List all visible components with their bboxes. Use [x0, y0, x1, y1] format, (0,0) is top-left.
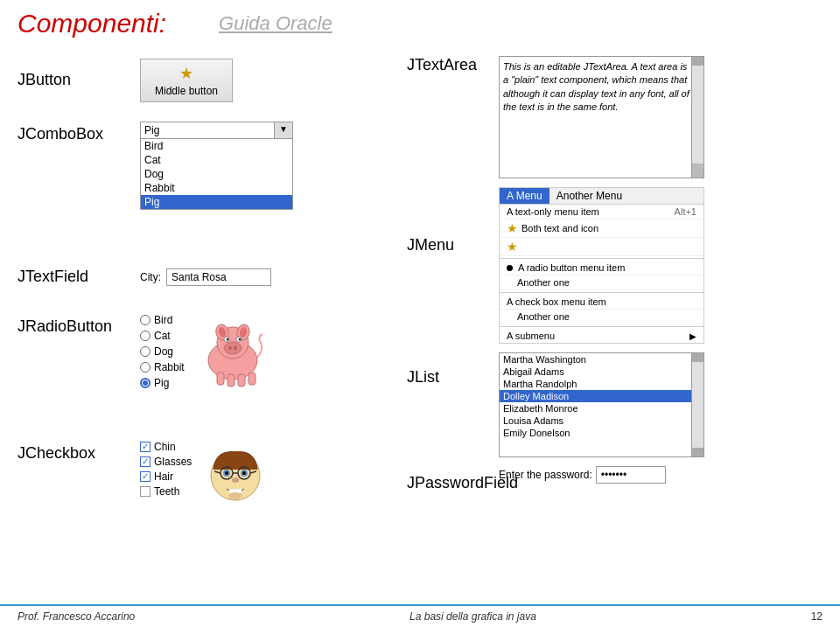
- jmenu-item-submenu[interactable]: A submenu ▶: [500, 329, 704, 343]
- radio-rabbit[interactable]: Rabbit: [140, 361, 185, 373]
- jmenu-item-radio[interactable]: A radio button menu item: [500, 261, 704, 275]
- combo-dropdown-arrow[interactable]: ▼: [274, 122, 292, 138]
- jpasswordfield-center-label: JPasswordField: [407, 474, 499, 492]
- checkbox-list: ✓ Chin ✓ Glasses ✓: [140, 441, 192, 511]
- jmenu-bar-anothermenu[interactable]: Another Menu: [550, 188, 629, 204]
- jlist-item-louisa[interactable]: Louisa Adams: [500, 415, 691, 427]
- radio-bird[interactable]: Bird: [140, 314, 185, 326]
- middle-button[interactable]: ★ Middle button: [140, 59, 233, 102]
- combo-item-bird[interactable]: Bird: [141, 139, 292, 153]
- jmenu-bar: A Menu Another Menu: [500, 188, 704, 205]
- star-icon: ★: [179, 64, 193, 83]
- submenu-arrow-icon: ▶: [690, 331, 696, 341]
- pig-illustration: [193, 314, 272, 393]
- face-illustration: [200, 441, 270, 511]
- combo-item-cat[interactable]: Cat: [141, 153, 292, 167]
- jmenu-item-checkbox[interactable]: A check box menu item: [500, 295, 704, 310]
- middle-button-label: Middle button: [155, 85, 218, 97]
- radio-cat[interactable]: Cat: [140, 330, 185, 342]
- footer-subtitle: La basi della grafica in java: [410, 610, 536, 623]
- svg-point-27: [232, 477, 239, 483]
- city-label: City:: [140, 271, 161, 283]
- jmenu-separator-2: [500, 292, 704, 293]
- jcheckbox-label: JCheckbox: [18, 441, 140, 463]
- jbutton-label: JButton: [18, 71, 140, 89]
- combo-selected: Pig: [141, 122, 274, 138]
- jmenu-separator-1: [500, 258, 704, 259]
- jpassword-field-label: Enter the password:: [499, 469, 592, 481]
- checkbox-glasses[interactable]: ✓ Glasses: [140, 456, 192, 468]
- jmenu-item-icontext[interactable]: ★ Both text and icon: [500, 219, 704, 238]
- jmenu-bar-amenu[interactable]: A Menu: [500, 188, 550, 204]
- radio-pig[interactable]: Pig: [140, 377, 185, 389]
- svg-rect-13: [217, 373, 224, 385]
- radio-menu-icon: [507, 265, 513, 271]
- svg-point-29: [228, 492, 242, 499]
- radio-list: Bird Cat Dog Rabbit: [140, 314, 185, 393]
- jlist-center-label: JList: [407, 368, 499, 387]
- jlist-item-emily[interactable]: Emily Donelson: [500, 427, 691, 439]
- jlist-item-elizabeth[interactable]: Elizabeth Monroe: [500, 402, 691, 415]
- footer-page: 12: [811, 610, 822, 623]
- jtextarea-center-label: JTextArea: [407, 56, 499, 74]
- jmenu-item-icon2[interactable]: ★: [500, 238, 704, 256]
- jmenu-item-another2[interactable]: Another one: [500, 310, 704, 324]
- city-input[interactable]: [166, 268, 271, 286]
- jlist-item-martha-w[interactable]: Martha Washington: [500, 353, 691, 366]
- jmenu-items: A text-only menu item Alt+1 ★ Both text …: [500, 205, 704, 343]
- svg-point-26: [242, 471, 246, 475]
- jtextarea-widget[interactable]: This is an editable JTextArea. A text ar…: [499, 56, 704, 178]
- combo-item-pig[interactable]: Pig: [141, 195, 292, 209]
- jcombobox-label: JComboBox: [18, 122, 140, 143]
- page-title: Componenti:: [18, 9, 166, 38]
- jlist-scrollbar[interactable]: [691, 353, 704, 456]
- checkbox-teeth[interactable]: Teeth: [140, 485, 192, 498]
- svg-point-11: [226, 338, 228, 341]
- jmenu-separator-3: [500, 326, 704, 327]
- combo-dropdown: Bird Cat Dog Rabbit Pig: [140, 139, 293, 210]
- svg-point-12: [238, 338, 241, 341]
- svg-point-8: [234, 346, 237, 351]
- jmenu-center-label: JMenu: [407, 236, 499, 254]
- jmenu-widget: A Menu Another Menu A text-only menu ite…: [499, 187, 704, 344]
- svg-point-7: [228, 346, 232, 351]
- checkbox-hair[interactable]: ✓ Hair: [140, 470, 192, 483]
- svg-point-25: [225, 471, 228, 475]
- jlist-widget[interactable]: Martha Washington Abigail Adams Martha R…: [499, 352, 704, 457]
- checkbox-chin[interactable]: ✓ Chin: [140, 441, 192, 453]
- star2-menu-icon: ★: [507, 240, 518, 254]
- jmenu-item-another1[interactable]: Another one: [500, 275, 704, 290]
- footer: Prof. Francesco Accarino La basi della g…: [0, 604, 840, 627]
- svg-rect-15: [238, 374, 245, 387]
- combo-item-dog[interactable]: Dog: [141, 167, 292, 181]
- combobox-header[interactable]: Pig ▼: [140, 122, 293, 139]
- radio-dog[interactable]: Dog: [140, 345, 185, 358]
- pig-svg: [198, 318, 268, 388]
- jmenu-item-textonly[interactable]: A text-only menu item Alt+1: [500, 205, 704, 219]
- jtextarea-scrollbar[interactable]: [691, 57, 704, 178]
- svg-rect-14: [228, 374, 234, 387]
- jtextarea-content: This is an editable JTextArea. A text ar…: [503, 61, 690, 112]
- jlist-item-dolley[interactable]: Dolley Madison: [500, 390, 691, 402]
- jlist-item-martha-r[interactable]: Martha Randolph: [500, 378, 691, 390]
- jlist-item-abigail[interactable]: Abigail Adams: [500, 366, 691, 378]
- guida-oracle-link[interactable]: Guida Oracle: [219, 12, 332, 35]
- jtextfield-label: JTextField: [18, 268, 140, 286]
- jlist-items: Martha Washington Abigail Adams Martha R…: [500, 353, 704, 439]
- page-container: Componenti: Guida Oracle JButton ★ Middl…: [0, 0, 840, 627]
- svg-point-6: [224, 342, 242, 354]
- jpassword-row: Enter the password:: [499, 466, 831, 484]
- star-menu-icon: ★: [507, 221, 518, 235]
- footer-author: Prof. Francesco Accarino: [18, 610, 135, 623]
- password-input[interactable]: [596, 466, 666, 484]
- combo-item-rabbit[interactable]: Rabbit: [141, 181, 292, 195]
- face-svg: [205, 445, 266, 506]
- jradiobutton-label: JRadioButton: [18, 314, 140, 336]
- svg-rect-16: [248, 373, 256, 385]
